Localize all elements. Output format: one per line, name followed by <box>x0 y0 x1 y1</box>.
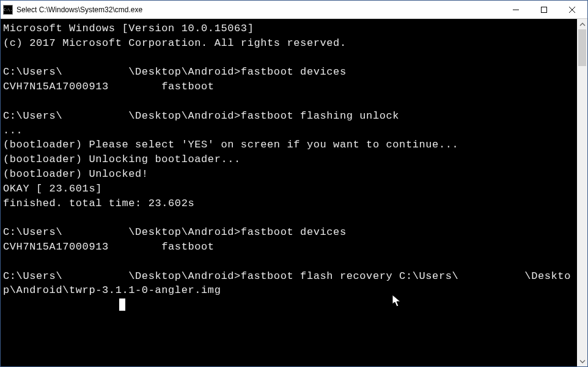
scroll-up-button[interactable] <box>577 19 587 29</box>
maximize-button[interactable] <box>530 1 558 18</box>
maximize-icon <box>541 7 547 13</box>
window-controls <box>502 1 586 18</box>
scrollbar-thumb[interactable] <box>578 29 586 66</box>
close-button[interactable] <box>558 1 586 18</box>
terminal-area[interactable]: Microsoft Windows [Version 10.0.15063] (… <box>1 19 587 366</box>
close-icon <box>569 7 575 13</box>
window-title: Select C:\Windows\System32\cmd.exe <box>17 6 502 14</box>
terminal-output[interactable]: Microsoft Windows [Version 10.0.15063] (… <box>1 19 577 366</box>
chevron-up-icon <box>579 21 586 28</box>
chevron-down-icon <box>579 358 586 365</box>
title-bar[interactable]: C:\. Select C:\Windows\System32\cmd.exe <box>1 1 587 19</box>
svg-rect-1 <box>542 7 547 12</box>
minimize-button[interactable] <box>502 1 530 18</box>
cmd-icon: C:\. <box>3 5 13 15</box>
scroll-down-button[interactable] <box>577 356 587 366</box>
cmd-window: C:\. Select C:\Windows\System32\cmd.exe … <box>0 0 588 367</box>
text-cursor <box>119 298 125 311</box>
scrollbar-track[interactable] <box>577 29 587 356</box>
vertical-scrollbar[interactable] <box>577 19 587 366</box>
minimize-icon <box>513 7 519 13</box>
